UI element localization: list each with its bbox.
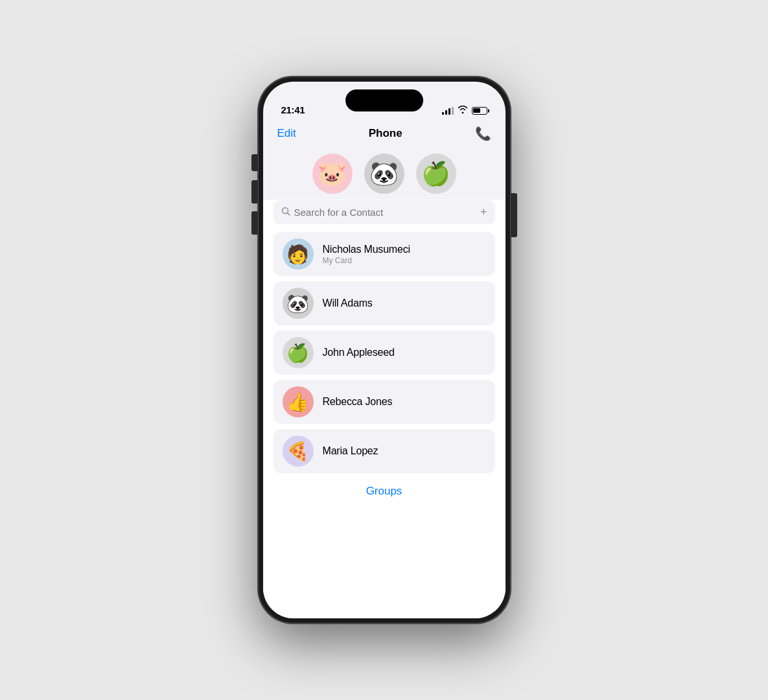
dynamic-island — [345, 89, 423, 111]
contact-item-will[interactable]: 🐼 Will Adams — [273, 281, 495, 325]
contact-avatar-rebecca: 👍 — [283, 386, 314, 417]
contact-item-maria[interactable]: 🍕 Maria Lopez — [273, 429, 495, 473]
svg-line-1 — [287, 213, 290, 216]
contact-avatar-maria: 🍕 — [283, 436, 314, 467]
contact-item-john[interactable]: 🍏 John Appleseed — [273, 331, 495, 375]
contact-name-rebecca: Rebecca Jones — [323, 396, 393, 408]
search-bar[interactable]: + — [273, 200, 495, 224]
phone-icon[interactable]: 📞 — [475, 126, 491, 141]
contact-list: 🧑 Nicholas Musumeci My Card 🐼 Will Adams… — [273, 232, 495, 473]
favorite-apple[interactable]: 🍏 — [416, 154, 456, 194]
battery-icon — [472, 107, 487, 115]
contact-item-rebecca[interactable]: 👍 Rebecca Jones — [273, 380, 495, 424]
search-input[interactable] — [294, 207, 480, 218]
page-title: Phone — [369, 127, 402, 140]
phone-screen: 21:41 — [263, 82, 506, 618]
signal-icon — [442, 107, 454, 115]
status-icons — [442, 106, 487, 115]
wifi-icon — [458, 106, 468, 115]
contact-item-nicholas[interactable]: 🧑 Nicholas Musumeci My Card — [273, 232, 495, 276]
favorite-pig[interactable]: 🐷 — [312, 154, 353, 194]
status-time: 21:41 — [281, 104, 305, 115]
volume-down-button[interactable] — [251, 211, 258, 235]
add-contact-icon[interactable]: + — [480, 205, 487, 219]
groups-button[interactable]: Groups — [273, 473, 495, 509]
contact-info-maria: Maria Lopez — [323, 445, 378, 457]
contact-avatar-john: 🍏 — [283, 337, 314, 368]
contact-avatar-will: 🐼 — [283, 288, 314, 319]
contact-info-john: John Appleseed — [323, 347, 395, 358]
contact-info-will: Will Adams — [323, 298, 373, 309]
nav-bar: Edit Phone 📞 — [263, 119, 506, 148]
contact-name-john: John Appleseed — [323, 347, 395, 358]
contact-avatar-nicholas: 🧑 — [283, 239, 314, 270]
phone-frame: 21:41 — [258, 76, 511, 624]
bottom-sheet: + 🧑 Nicholas Musumeci My Card 🐼 Will Ada… — [263, 182, 506, 618]
edit-button[interactable]: Edit — [277, 127, 296, 140]
contact-name-nicholas: Nicholas Musumeci — [323, 244, 410, 255]
search-icon — [281, 207, 290, 218]
power-button[interactable] — [511, 193, 517, 237]
silent-switch[interactable] — [251, 154, 258, 171]
contact-info-nicholas: Nicholas Musumeci My Card — [323, 244, 410, 265]
favorites-strip: 🐷 🐼 🍏 — [263, 148, 506, 200]
contact-subtitle-nicholas: My Card — [323, 256, 410, 265]
favorite-panda[interactable]: 🐼 — [364, 154, 404, 194]
volume-up-button[interactable] — [251, 180, 258, 204]
contact-name-maria: Maria Lopez — [323, 445, 378, 457]
contact-info-rebecca: Rebecca Jones — [323, 396, 393, 408]
contact-name-will: Will Adams — [323, 298, 373, 309]
